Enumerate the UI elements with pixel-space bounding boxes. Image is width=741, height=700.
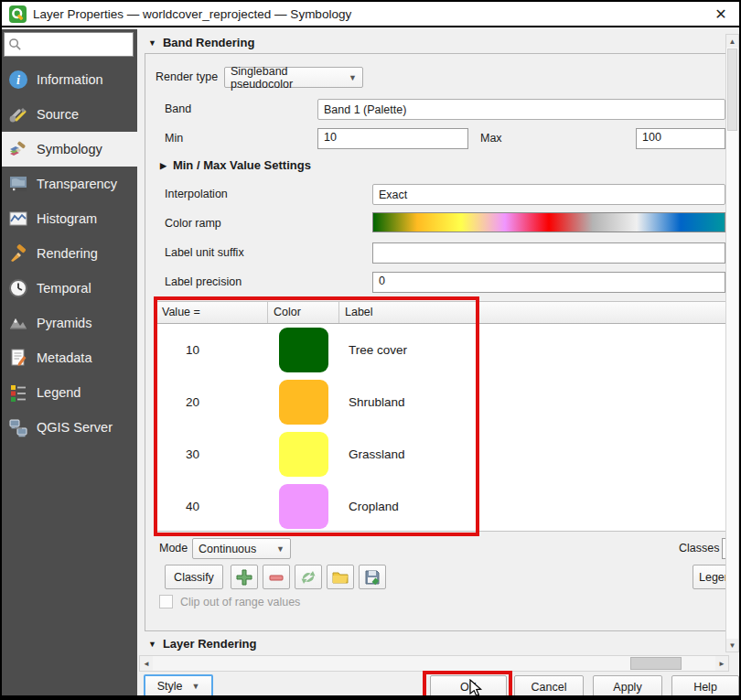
max-input[interactable]: 100 xyxy=(636,128,725,149)
mode-dropdown[interactable]: Continuous ▼ xyxy=(192,538,291,559)
column-header-value[interactable]: Value = xyxy=(156,302,268,323)
color-ramp-bar[interactable] xyxy=(372,212,725,232)
load-colormap-button[interactable] xyxy=(295,565,322,589)
symbology-panel: ▼ Band Rendering Render type Singleband … xyxy=(137,29,739,698)
table-row[interactable]: 30 Grassland xyxy=(156,428,726,480)
min-label: Min xyxy=(165,132,183,145)
classify-button[interactable]: Classify xyxy=(165,565,223,589)
clip-checkbox[interactable] xyxy=(159,595,173,608)
clip-out-of-range-row: Clip out of range values xyxy=(159,595,300,608)
horizontal-scrollbar-thumb[interactable] xyxy=(630,657,682,670)
add-class-icon xyxy=(235,568,253,587)
symbology-icon xyxy=(8,139,28,159)
band-dropdown[interactable]: Band 1 (Palette) xyxy=(317,99,725,120)
sidebar-item-label: Transparency xyxy=(37,177,117,191)
folder-icon xyxy=(331,568,349,587)
class-value[interactable]: 30 xyxy=(156,447,268,461)
color-swatch[interactable] xyxy=(279,484,328,529)
class-label[interactable]: Tree cover xyxy=(339,343,726,357)
legend-icon xyxy=(8,382,28,403)
class-label[interactable]: Grassland xyxy=(339,447,726,461)
scroll-down-icon[interactable]: ▼ xyxy=(726,639,738,652)
remove-class-icon xyxy=(267,568,285,587)
class-label[interactable]: Shrubland xyxy=(339,395,726,409)
legend-settings-label: Legend xyxy=(699,571,727,584)
sidebar-item-symbology[interactable]: Symbology xyxy=(2,132,137,167)
sidebar-list: i Information Source Symbology Transpare… xyxy=(2,62,137,445)
window-title: Layer Properties — worldcover_reprojecte… xyxy=(33,7,351,21)
ok-label: OK xyxy=(460,681,477,694)
band-rendering-header[interactable]: ▼ Band Rendering xyxy=(148,36,254,49)
min-input[interactable]: 10 xyxy=(317,128,468,149)
color-ramp-label: Color ramp xyxy=(165,217,221,230)
horizontal-scrollbar[interactable]: ◄ ► xyxy=(139,655,729,672)
apply-label: Apply xyxy=(613,681,641,694)
sidebar-item-information[interactable]: i Information xyxy=(2,62,137,97)
sidebar-item-label: Rendering xyxy=(37,246,98,261)
help-label: Help xyxy=(693,681,717,694)
sidebar-item-histogram[interactable]: Histogram xyxy=(2,201,137,236)
sidebar-item-source[interactable]: Source xyxy=(2,97,137,132)
class-value[interactable]: 20 xyxy=(156,395,268,409)
interpolation-label: Interpolation xyxy=(165,188,228,200)
minmax-settings-header[interactable]: ▶ Min / Max Value Settings xyxy=(160,158,311,172)
sidebar-item-transparency[interactable]: Transparency xyxy=(2,167,137,201)
color-swatch[interactable] xyxy=(279,328,328,372)
sidebar-item-qgis-server[interactable]: QGIS Server xyxy=(2,410,137,445)
sidebar-item-temporal[interactable]: Temporal xyxy=(2,271,137,306)
qgis-logo-icon xyxy=(9,5,27,23)
save-to-file-button[interactable] xyxy=(359,565,386,589)
transparency-icon xyxy=(8,174,28,194)
column-header-label[interactable]: Label xyxy=(339,302,726,323)
load-from-file-button[interactable] xyxy=(327,565,354,589)
add-class-button[interactable] xyxy=(231,565,258,589)
color-swatch[interactable] xyxy=(279,380,328,425)
scroll-right-icon[interactable]: ► xyxy=(715,656,728,671)
scroll-left-icon[interactable]: ◄ xyxy=(140,656,153,671)
title-bar: Layer Properties — worldcover_reprojecte… xyxy=(2,2,739,27)
column-header-color[interactable]: Color xyxy=(268,302,339,323)
table-row[interactable]: 20 Shrubland xyxy=(156,376,726,428)
chevron-down-icon: ▼ xyxy=(191,682,199,691)
sidebar-item-label: Information xyxy=(37,72,103,87)
close-icon[interactable]: ✕ xyxy=(710,5,732,23)
color-swatch[interactable] xyxy=(279,432,328,477)
sidebar-item-legend[interactable]: Legend xyxy=(2,375,137,410)
legend-settings-button[interactable]: Legend xyxy=(693,565,727,589)
scroll-up-icon[interactable]: ▲ xyxy=(726,35,738,48)
table-row[interactable]: 40 Cropland xyxy=(156,480,726,533)
svg-text:i: i xyxy=(16,73,20,87)
sidebar-item-rendering[interactable]: Rendering xyxy=(2,236,137,271)
vertical-scrollbar[interactable]: ▲ ▼ xyxy=(725,34,739,652)
interpolation-value: Exact xyxy=(379,188,407,201)
dialog-footer: Style ▼ OK Cancel Apply Help xyxy=(2,673,739,698)
label-unit-suffix-input[interactable] xyxy=(372,242,725,264)
class-value[interactable]: 10 xyxy=(156,343,268,357)
sidebar-item-label: Source xyxy=(37,107,79,122)
layer-properties-dialog: Layer Properties — worldcover_reprojecte… xyxy=(0,0,741,700)
search-input[interactable] xyxy=(22,38,123,51)
band-value: Band 1 (Palette) xyxy=(324,103,406,116)
classes-table-header: Value = Color Label xyxy=(156,302,726,324)
sidebar-item-pyramids[interactable]: Pyramids xyxy=(2,306,137,340)
table-row[interactable]: 10 Tree cover xyxy=(156,324,726,376)
sidebar-item-label: Symbology xyxy=(37,142,102,156)
interpolation-dropdown[interactable]: Exact xyxy=(372,184,725,205)
layer-rendering-header[interactable]: ▼ Layer Rendering xyxy=(148,637,257,651)
class-value[interactable]: 40 xyxy=(156,500,268,513)
cancel-label: Cancel xyxy=(532,681,567,694)
histogram-icon xyxy=(8,209,28,229)
remove-class-button[interactable] xyxy=(263,565,290,589)
render-type-dropdown[interactable]: Singleband pseudocolor ▼ xyxy=(224,67,363,88)
sidebar-item-label: Legend xyxy=(37,385,81,400)
chevron-down-icon: ▼ xyxy=(349,73,357,82)
classify-label: Classify xyxy=(174,571,214,584)
sidebar-item-metadata[interactable]: Metadata xyxy=(2,340,137,375)
vertical-scrollbar-thumb[interactable] xyxy=(727,48,737,131)
sidebar: i Information Source Symbology Transpare… xyxy=(2,29,137,698)
label-precision-input[interactable]: 0 xyxy=(372,272,725,293)
sidebar-item-label: Temporal xyxy=(37,281,91,296)
sidebar-search[interactable] xyxy=(4,32,134,57)
metadata-icon xyxy=(8,348,28,368)
class-label[interactable]: Cropland xyxy=(339,500,726,513)
